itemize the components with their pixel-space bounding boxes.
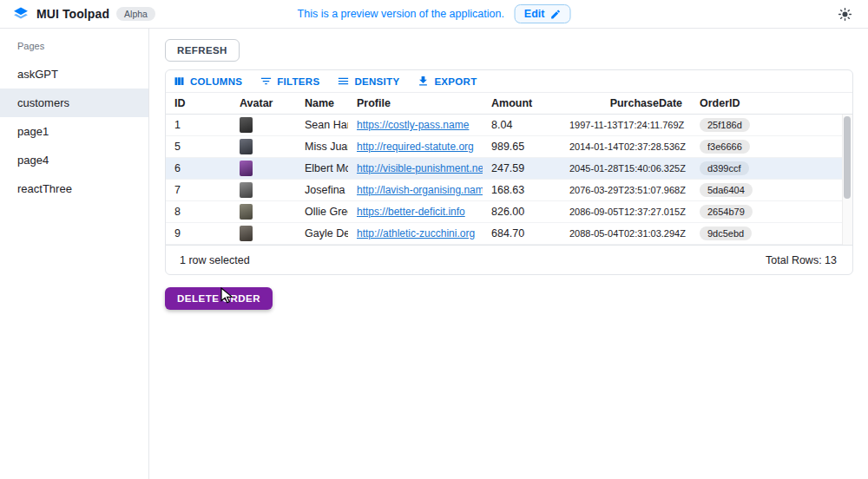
pencil-icon [549,9,561,20]
filter-list-icon [260,75,273,88]
light-mode-sun-icon [838,7,852,22]
column-header-profile[interactable]: Profile [348,97,483,109]
cell-id: 7 [166,184,231,196]
grid-body: 1 Sean Harris https://costly-pass.name 8… [166,115,852,245]
column-header-orderid[interactable]: OrderID [691,97,852,109]
app-window: MUI Toolpad Alpha This is a preview vers… [0,0,868,479]
columns-button[interactable]: COLUMNS [173,75,242,88]
profile-link[interactable]: http://required-statute.org [357,141,474,153]
cell-amount: 168.63 [483,184,561,196]
profile-link[interactable]: https://costly-pass.name [357,119,469,131]
scrollbar-thumb[interactable] [844,116,851,199]
table-row[interactable]: 7 Josefina P... http://lavish-organising… [166,180,852,201]
cell-profile: http://athletic-zucchini.org [348,227,483,240]
columns-button-label: COLUMNS [190,76,242,87]
cell-id: 8 [166,206,231,218]
cell-avatar [231,204,296,220]
cell-avatar [231,139,296,154]
column-header-avatar[interactable]: Avatar [231,97,296,109]
profile-link[interactable]: http://lavish-organising.name [357,184,483,196]
app-body: Pages askGPT customers page1 page4 react… [0,29,868,479]
profile-link[interactable]: https://better-deficit.info [357,206,465,218]
theme-toggle-button[interactable] [834,3,856,25]
cell-avatar [231,117,296,133]
cell-profile: https://costly-pass.name [348,119,483,131]
cell-amount: 8.04 [483,119,561,131]
avatar [240,204,253,220]
table-row[interactable]: 1 Sean Harris https://costly-pass.name 8… [166,115,852,136]
table-row[interactable]: 8 Ollie Green... https://better-deficit.… [166,201,852,223]
cell-name: Sean Harris [296,119,348,131]
sidebar-section-label: Pages [0,34,148,60]
density-button[interactable]: DENSITY [337,75,399,88]
refresh-button[interactable]: REFRESH [165,39,240,62]
vertical-scrollbar[interactable] [842,115,852,245]
app-title: MUI Toolpad [36,7,109,21]
edit-button-label: Edit [524,8,545,20]
filters-button[interactable]: FILTERS [260,75,319,88]
avatar [240,139,253,154]
order-id-chip: 2654b79 [700,205,753,219]
cell-amount: 684.70 [483,227,561,240]
cell-purchase-date: 1997-11-13T17:24:11.769Z [561,120,691,130]
avatar [240,226,253,241]
preview-banner-text: This is a preview version of the applica… [298,8,504,20]
density-button-label: DENSITY [354,76,399,87]
edit-button[interactable]: Edit [515,4,571,23]
sidebar-item-customers[interactable]: customers [0,89,148,117]
table-row[interactable]: 5 Miss Juan ... http://required-statute.… [166,136,852,158]
order-id-chip: f3e6666 [700,140,750,154]
order-id-chip: 5da6404 [700,183,753,197]
grid-header-row: ID Avatar Name Profile Amount PurchaseDa… [166,93,852,115]
filters-button-label: FILTERS [277,76,319,87]
total-rows-count: Total Rows: 13 [766,254,837,266]
sidebar-item-page1[interactable]: page1 [0,117,148,146]
avatar [240,182,253,198]
sidebar-item-reactthree[interactable]: reactThree [0,174,148,203]
cell-avatar [231,161,296,176]
cell-purchase-date: 2088-05-04T02:31:03.294Z [561,228,691,239]
table-row[interactable]: 9 Gayle Den... http://athletic-zucchini.… [166,223,852,245]
preview-banner: This is a preview version of the applica… [298,4,571,23]
order-id-chip: d399ccf [700,161,749,175]
grid-toolbar: COLUMNS FILTERS DENSITY EXPORT [166,70,852,93]
download-icon [417,75,430,88]
cell-purchase-date: 2045-01-28T15:40:06.325Z [561,163,691,174]
column-header-name[interactable]: Name [296,97,348,109]
export-button-label: EXPORT [434,76,477,87]
cell-name: Josefina P... [296,184,348,196]
order-id-chip: 9dc5ebd [700,226,752,240]
cell-profile: http://lavish-organising.name [348,184,483,196]
export-button[interactable]: EXPORT [417,75,477,88]
main-content: REFRESH COLUMNS FILTERS DENSITY [149,29,868,479]
column-header-id[interactable]: ID [166,97,231,109]
avatar [240,117,253,133]
customers-data-grid: COLUMNS FILTERS DENSITY EXPORT [165,69,853,275]
view-columns-icon [173,75,186,88]
cell-order-id: 25f186d [691,118,852,132]
profile-link[interactable]: http://visible-punishment.net [357,162,483,174]
cell-profile: http://required-statute.org [348,141,483,153]
cell-id: 1 [166,119,231,131]
grid-footer: 1 row selected Total Rows: 13 [166,245,852,274]
cell-amount: 247.59 [483,162,561,174]
delete-order-button[interactable]: DELETE ORDER [165,287,273,310]
cell-avatar [231,226,296,241]
sidebar-item-page4[interactable]: page4 [0,146,148,174]
cell-id: 5 [166,141,231,153]
cell-purchase-date: 2086-09-05T12:37:27.015Z [561,207,691,217]
profile-link[interactable]: http://athletic-zucchini.org [357,227,475,240]
cell-order-id: d399ccf [691,161,852,175]
sidebar-item-askgpt[interactable]: askGPT [0,60,148,89]
selected-rows-count: 1 row selected [180,254,250,266]
cell-id: 9 [166,227,231,240]
column-header-purchasedate[interactable]: PurchaseDate [561,97,691,109]
cell-order-id: 5da6404 [691,183,852,197]
avatar [240,161,253,176]
cell-id: 6 [166,162,231,174]
column-header-amount[interactable]: Amount [483,97,561,109]
cell-amount: 989.65 [483,141,561,153]
table-row-selected[interactable]: 6 Elbert McL... http://visible-punishmen… [166,158,852,180]
cell-order-id: 2654b79 [691,205,852,219]
cell-purchase-date: 2076-03-29T23:51:07.968Z [561,185,691,195]
